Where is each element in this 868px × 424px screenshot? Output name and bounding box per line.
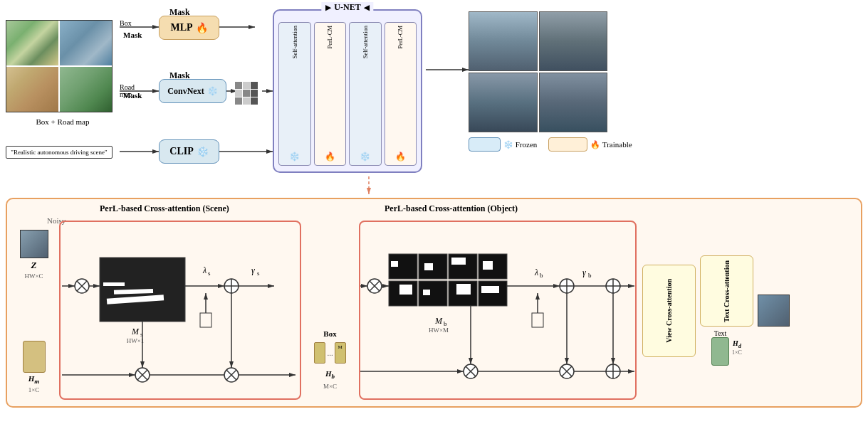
- hd-size: 1×C: [732, 349, 742, 356]
- svg-line-17: [77, 281, 87, 291]
- image-cell-4: [60, 67, 112, 112]
- svg-line-40: [137, 370, 147, 380]
- frozen-label: ❄️ Frozen: [503, 140, 537, 149]
- svg-point-27: [224, 279, 239, 293]
- svg-text:b: b: [540, 272, 543, 279]
- svg-line-88: [466, 366, 476, 376]
- svg-line-44: [226, 370, 236, 380]
- svg-point-43: [224, 368, 239, 382]
- svg-text:HW×1: HW×1: [127, 337, 145, 344]
- view-ca-box: View Cross-attention: [642, 265, 696, 357]
- svg-text:s: s: [257, 270, 260, 277]
- svg-rect-61: [483, 261, 493, 270]
- mask-label-1: Mask: [169, 7, 190, 18]
- svg-point-51: [367, 279, 382, 293]
- svg-rect-62: [389, 281, 417, 306]
- fire-icon-attn2: 🔥: [325, 152, 335, 162]
- svg-text:s: s: [140, 331, 143, 338]
- svg-rect-20: [100, 258, 185, 322]
- svg-rect-22: [114, 289, 153, 295]
- z-container: Z HW×C: [20, 230, 48, 280]
- box-hb-container: Box ... M Hb M×C: [307, 205, 353, 401]
- svg-text:λ: λ: [534, 267, 538, 277]
- legend-frozen: ❄️ Frozen: [469, 137, 537, 152]
- camera-images: [469, 11, 607, 132]
- legend-frozen-box: [469, 137, 501, 152]
- svg-text:M: M: [434, 316, 443, 326]
- top-flow-area: Mask Box Mask Road map: [120, 6, 682, 194]
- svg-rect-69: [481, 286, 499, 293]
- svg-text:Road: Road: [120, 83, 135, 91]
- mask-label-2: Mask: [169, 70, 190, 81]
- svg-text:γ: γ: [582, 267, 586, 277]
- snowflake-icon-attn1: ❄️: [289, 152, 300, 162]
- attn-col-4: PerL-CM 🔥: [385, 22, 417, 166]
- box-stack: ... M: [314, 342, 345, 364]
- svg-text:γ: γ: [251, 265, 255, 275]
- scene-svg: M s HW×1 λ s γ s: [61, 222, 303, 401]
- box-road-label: Box + Road map: [6, 117, 120, 126]
- svg-point-84: [606, 279, 620, 293]
- svg-text:map: map: [120, 90, 132, 98]
- left-inputs: Z HW×C Hm 1×C: [14, 205, 53, 401]
- legend-trainable-box: [548, 137, 587, 152]
- hd-label: Hd: [733, 339, 741, 349]
- bottom-section: PerL-based Cross-attention (Scene) PerL-…: [6, 198, 862, 408]
- clip-box: CLIP ❄️: [159, 139, 219, 164]
- z-subscript: HW×C: [24, 272, 43, 280]
- svg-rect-54: [389, 254, 417, 279]
- svg-point-98: [606, 364, 620, 378]
- hm-label: Hm: [28, 374, 40, 385]
- legend-row: ❄️ Frozen 🔥 Trainable: [469, 137, 632, 152]
- snowflake-icon-clip: ❄️: [197, 146, 209, 158]
- svg-line-39: [137, 370, 147, 380]
- cam-img-2: [539, 11, 608, 71]
- top-section: Box + Road map "Realistic autonomous dri…: [6, 6, 862, 198]
- svg-text:s: s: [208, 270, 211, 277]
- object-title: PerL-based Cross-attention (Object): [385, 203, 518, 214]
- svg-rect-64: [419, 281, 447, 306]
- svg-rect-67: [456, 284, 471, 295]
- main-container: Box + Road map "Realistic autonomous dri…: [0, 0, 868, 424]
- object-svg: M b HW×M λ b γ b: [360, 222, 638, 401]
- svg-rect-66: [449, 281, 477, 306]
- right-side-bottom: View Cross-attention Text Cross-attentio…: [642, 221, 790, 401]
- scene-title: PerL-based Cross-attention (Scene): [100, 203, 229, 214]
- hb-size: M×C: [323, 383, 337, 390]
- svg-rect-34: [200, 313, 211, 327]
- attn-col-3: Self-attention ❄️: [349, 22, 382, 166]
- hb-label: Hb: [325, 369, 335, 380]
- svg-text:Mask: Mask: [123, 31, 142, 39]
- image-cell-1: [6, 21, 58, 65]
- svg-rect-80: [532, 313, 543, 327]
- svg-text:Box: Box: [120, 19, 132, 27]
- trainable-label: 🔥 Trainable: [590, 140, 632, 149]
- scene-ca-box: M s HW×1 λ s γ s: [59, 221, 301, 400]
- snowflake-icon-attn3: ❄️: [360, 152, 370, 162]
- cam-img-4: [539, 73, 608, 132]
- hm-size: 1×C: [28, 386, 40, 393]
- svg-rect-60: [479, 254, 507, 279]
- svg-text:b: b: [588, 272, 592, 279]
- svg-line-45: [226, 370, 236, 380]
- svg-rect-63: [399, 285, 412, 295]
- snowflake-icon-convnext: ❄️: [207, 86, 218, 97]
- svg-line-18: [77, 281, 87, 291]
- svg-point-73: [560, 279, 574, 293]
- attention-columns: Self-attention ❄️ PerL-CM 🔥 Self-attenti…: [274, 11, 421, 171]
- svg-rect-58: [449, 254, 477, 279]
- svg-text:HW×M: HW×M: [429, 327, 449, 334]
- cam-img-3: [469, 73, 538, 132]
- svg-rect-55: [391, 261, 398, 267]
- convnext-box: ConvNext ❄️: [159, 79, 226, 103]
- svg-line-52: [370, 281, 380, 291]
- svg-rect-68: [479, 281, 507, 306]
- fire-icon-attn4: 🔥: [395, 152, 406, 162]
- svg-rect-65: [423, 290, 430, 295]
- dots-label: ...: [327, 349, 333, 357]
- svg-text:Mask: Mask: [123, 91, 142, 100]
- svg-text:M: M: [131, 327, 140, 336]
- fire-icon-mlp: 🔥: [196, 22, 208, 34]
- svg-rect-23: [103, 282, 125, 286]
- output-img: [758, 295, 790, 327]
